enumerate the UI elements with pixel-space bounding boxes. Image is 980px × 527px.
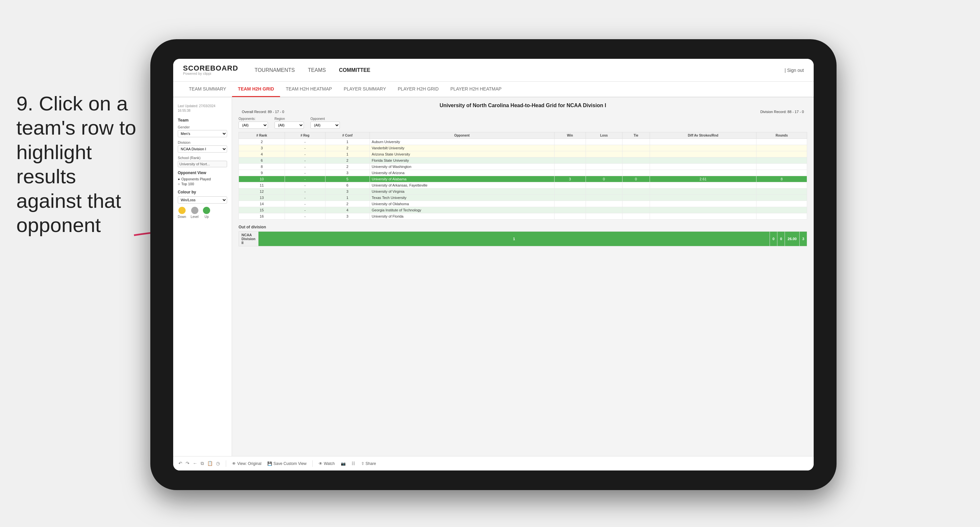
table-cell [650, 195, 756, 201]
tab-team-summary[interactable]: TEAM SUMMARY [183, 81, 232, 97]
table-cell [622, 182, 650, 188]
table-cell: 2 [325, 201, 369, 207]
table-cell [554, 164, 585, 170]
grid-records: Overall Record: 89 - 17 - 0 Division Rec… [239, 110, 807, 114]
col-reg: # Reg [285, 132, 325, 139]
table-row[interactable]: 4-1Arizona State University [239, 151, 807, 158]
table-row[interactable]: 9-3University of Arizona [239, 170, 807, 176]
gender-select[interactable]: Men's [178, 130, 227, 137]
gender-label: Gender [178, 125, 227, 129]
back-icon[interactable]: ← [193, 461, 197, 466]
table-header-row: # Rank # Reg # Conf Opponent Win Loss Ti… [239, 132, 807, 139]
table-cell [650, 139, 756, 145]
table-cell [650, 145, 756, 151]
tab-team-h2h-heatmap[interactable]: TEAM H2H HEATMAP [280, 81, 338, 97]
tab-player-summary[interactable]: PLAYER SUMMARY [338, 81, 392, 97]
table-cell [554, 182, 585, 188]
division-label: Division [178, 140, 227, 145]
colour-by-title: Colour by [178, 190, 227, 194]
table-cell [756, 158, 807, 164]
table-cell [622, 151, 650, 158]
table-row[interactable]: 13-1Texas Tech University [239, 195, 807, 201]
table-row[interactable]: 6-2Florida State University [239, 158, 807, 164]
colour-down: Down [178, 207, 186, 218]
undo-icon[interactable]: ↶ [178, 461, 182, 466]
table-row[interactable]: 10-5University of Alabama3002.618 [239, 176, 807, 182]
table-cell: - [285, 201, 325, 207]
tab-player-h2h-grid[interactable]: PLAYER H2H GRID [392, 81, 444, 97]
division-select[interactable]: NCAA Division I [178, 145, 227, 153]
table-cell [554, 195, 585, 201]
table-cell: 14 [239, 201, 285, 207]
region-filter-select[interactable]: (All) [275, 121, 304, 129]
watch-btn[interactable]: 👁 Watch [318, 461, 335, 466]
table-cell [622, 207, 650, 213]
col-rounds: Rounds [756, 132, 807, 139]
radio-opponents-played[interactable]: ●Opponents Played [178, 177, 227, 181]
colour-down-label: Down [178, 215, 186, 218]
table-cell: 2 [325, 164, 369, 170]
out-division-rounds: 3 [799, 232, 807, 246]
table-cell [622, 164, 650, 170]
table-cell [756, 164, 807, 170]
paste-icon[interactable]: 📋 [207, 461, 213, 466]
opponents-filter-select[interactable]: (All) [239, 121, 268, 129]
save-custom-btn[interactable]: 💾 Save Custom View [267, 461, 307, 466]
table-cell: - [285, 151, 325, 158]
tab-team-h2h-grid[interactable]: TEAM H2H GRID [232, 81, 280, 97]
table-row[interactable]: 12-3University of Virginia [239, 188, 807, 195]
out-division-label: NCAA Division II [239, 232, 258, 246]
table-cell: 4 [325, 207, 369, 213]
table-cell: 3 [554, 176, 585, 182]
table-cell [554, 207, 585, 213]
table-cell [756, 188, 807, 195]
screen-btn[interactable]: 📷 [341, 461, 346, 466]
table-cell [650, 164, 756, 170]
table-cell [622, 158, 650, 164]
table-cell: 12 [239, 188, 285, 195]
table-row[interactable]: 15-4Georgia Institute of Technology [239, 207, 807, 213]
save-icon: 💾 [267, 461, 272, 466]
table-cell: - [285, 213, 325, 220]
colour-by-select[interactable]: Win/Loss [178, 196, 227, 204]
col-rank: # Rank [239, 132, 285, 139]
radio-top100[interactable]: ○Top 100 [178, 182, 227, 186]
table-row[interactable]: 14-2University of Oklahoma [239, 201, 807, 207]
nav-tournaments[interactable]: TOURNAMENTS [255, 66, 295, 75]
opponent-filter-select[interactable]: (All) [310, 121, 340, 129]
table-row[interactable]: 2-1Auburn University [239, 139, 807, 145]
table-cell: - [285, 195, 325, 201]
table-row[interactable]: 16-3University of Florida [239, 213, 807, 220]
school-value[interactable]: University of Nort... [178, 161, 227, 167]
filters-row: Opponents: (All) Region (All) [239, 117, 807, 129]
table-cell [650, 170, 756, 176]
view-original-btn[interactable]: 👁 View: Original [232, 461, 261, 466]
redo-icon[interactable]: ↷ [186, 461, 189, 466]
screen-icon: 📷 [341, 461, 346, 466]
share-btn[interactable]: ⇧ Share [361, 461, 376, 466]
table-cell: - [285, 158, 325, 164]
nav-teams[interactable]: TEAMS [308, 66, 326, 75]
tablet-screen: SCOREBOARD Powered by clippi TOURNAMENTS… [173, 59, 814, 470]
out-of-division-title: Out of division [239, 225, 807, 229]
tab-player-h2h-heatmap[interactable]: PLAYER H2H HEATMAP [444, 81, 508, 97]
table-cell: - [285, 176, 325, 182]
table-row[interactable]: 3-2Vanderbilt University [239, 145, 807, 151]
table-row[interactable]: 8-2University of Washington [239, 164, 807, 170]
sign-out-link[interactable]: | Sign out [784, 68, 804, 73]
top-navigation: SCOREBOARD Powered by clippi TOURNAMENTS… [173, 59, 814, 82]
table-cell: 11 [239, 182, 285, 188]
nav-committee[interactable]: COMMITTEE [339, 66, 370, 75]
copy-icon[interactable]: ⧉ [200, 461, 204, 466]
table-cell: - [285, 164, 325, 170]
filter-opponents: Opponents: (All) [239, 117, 268, 129]
table-cell [585, 188, 622, 195]
grid-btn[interactable]: ☷ [352, 461, 355, 466]
out-of-division-row[interactable]: NCAA Division II 1 0 0 26.00 3 [239, 232, 807, 246]
table-row[interactable]: 11-6University of Arkansas, Fayetteville [239, 182, 807, 188]
opponent-name: University of Washington [369, 164, 554, 170]
out-division-win: 1 [258, 232, 770, 246]
sidebar: Last Updated: 27/03/2024 16:55:38 Team G… [173, 97, 232, 456]
clock-icon[interactable]: ◷ [216, 461, 220, 466]
eye-icon: 👁 [232, 461, 236, 466]
